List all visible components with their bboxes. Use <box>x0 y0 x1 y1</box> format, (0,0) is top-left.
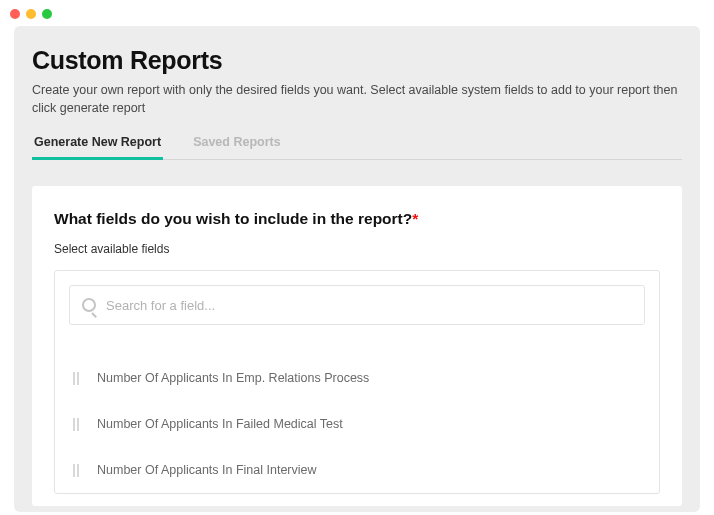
field-label: Number Of Applicants In Emp. Relations P… <box>97 371 369 385</box>
drag-handle-icon[interactable] <box>73 464 79 477</box>
drag-handle-icon[interactable] <box>73 418 79 431</box>
fields-question: What fields do you wish to include in th… <box>54 210 660 228</box>
fields-question-text: What fields do you wish to include in th… <box>54 210 412 227</box>
field-label: Number Of Applicants In Failed Medical T… <box>97 417 343 431</box>
search-icon <box>82 298 96 312</box>
field-row[interactable]: Number Of Applicants In Final Interview <box>69 447 645 493</box>
page-subtitle: Create your own report with only the des… <box>32 81 682 117</box>
page-container: Custom Reports Create your own report wi… <box>14 26 700 512</box>
field-row[interactable]: Number Of Applicants In Emp. Relations P… <box>69 355 645 401</box>
search-input[interactable] <box>106 298 632 313</box>
tab-generate-new-report[interactable]: Generate New Report <box>32 135 163 159</box>
tab-saved-reports[interactable]: Saved Reports <box>191 135 283 159</box>
page-title: Custom Reports <box>32 46 682 75</box>
window-minimize-icon[interactable] <box>26 9 36 19</box>
search-field-wrap[interactable] <box>69 285 645 325</box>
fields-helper: Select available fields <box>54 242 660 256</box>
window-titlebar <box>0 0 714 22</box>
field-row[interactable]: Number Of Applicants In Failed Medical T… <box>69 401 645 447</box>
drag-handle-icon[interactable] <box>73 372 79 385</box>
window-zoom-icon[interactable] <box>42 9 52 19</box>
available-fields-box: Number Of Applicants In Emp. Relations P… <box>54 270 660 494</box>
report-builder-card: What fields do you wish to include in th… <box>32 186 682 506</box>
window-frame: Custom Reports Create your own report wi… <box>0 0 714 515</box>
field-label: Number Of Applicants In Final Interview <box>97 463 317 477</box>
window-close-icon[interactable] <box>10 9 20 19</box>
required-star: * <box>412 210 418 227</box>
tabs: Generate New Report Saved Reports <box>32 135 682 160</box>
